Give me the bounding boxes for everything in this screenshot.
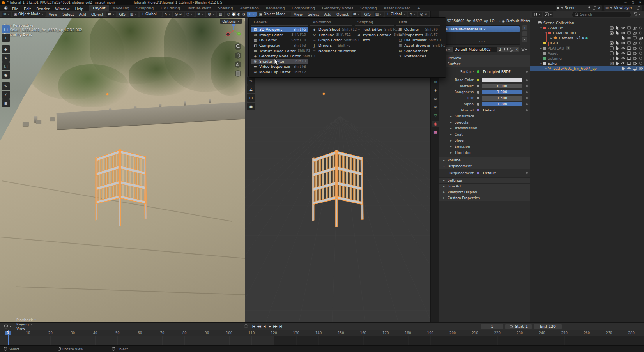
outliner-row-camera-001[interactable]: ▾ CAMERA.001 ✓	[530, 30, 644, 35]
subpanel-emission[interactable]: ▸Emission	[439, 143, 530, 150]
layer-dropdown[interactable]: ▥	[374, 12, 384, 17]
workspace-tab-sculpting[interactable]: Sculpting	[133, 5, 157, 11]
selectable-icon[interactable]	[615, 41, 619, 45]
hide-eye-icon[interactable]	[621, 51, 625, 55]
outliner-filter-type-dropdown[interactable]	[543, 12, 553, 17]
menu-item-nonlinear-animation[interactable]: ≡ Nonlinear Animation	[310, 48, 352, 53]
properties-tab-physics[interactable]: ≈	[432, 96, 439, 102]
viewport-menu-gis[interactable]: GIS	[363, 12, 373, 16]
properties-tab-particles[interactable]: ∗	[432, 87, 439, 93]
exclude-checkbox[interactable]: ✓	[610, 41, 614, 45]
outliner-row-plateau[interactable]: ▸ PLATEAU 3	[530, 46, 644, 51]
cursor-tool[interactable]: +	[2, 34, 10, 42]
current-frame-field[interactable]: 1	[481, 324, 503, 329]
panel-viewport-display[interactable]: ▸Viewport Display	[439, 189, 530, 195]
material-slot-selected[interactable]: ● Default-Material.002	[443, 26, 520, 32]
decorator-icon[interactable]	[526, 103, 528, 105]
disable-render-icon[interactable]	[633, 51, 637, 55]
frame-end-field[interactable]: End120	[534, 324, 562, 329]
close-button[interactable]: ✕	[637, 0, 644, 5]
options-dropdown[interactable]: Options	[220, 19, 242, 24]
filter-dropdown[interactable]	[521, 47, 527, 52]
normal-value[interactable]: Default	[482, 108, 522, 113]
menu-item-dope-sheet[interactable]: ◆ Dope SheetShift F12	[310, 27, 352, 32]
selectable-icon[interactable]	[615, 46, 619, 50]
expander-closed-icon[interactable]: ▸	[549, 37, 553, 40]
workspace-tab-compositing[interactable]: Compositing	[288, 5, 319, 11]
panel-displacement[interactable]: ▾Displacement	[439, 163, 530, 169]
workspace-tab-layout[interactable]: Layout	[89, 5, 109, 11]
menu-item-3d-viewport[interactable]: ⊞ 3D ViewportShift F5	[251, 27, 308, 32]
subpanel-subsurface[interactable]: ▸Subsurface	[439, 113, 530, 120]
outliner-row-52354601-frn-6697-op[interactable]: ▸ 52354601_frn_6697_op	[530, 66, 644, 71]
menu-item-video-sequencer[interactable]: ▬ Video SequencerShift F8	[251, 64, 308, 69]
outliner-row-camera[interactable]: ▾ CAMERA ✓	[530, 25, 644, 30]
jump-to-end-button[interactable]: ▶|	[278, 324, 283, 329]
material-slot-list[interactable]: ● Default-Material.002 ▸ ::::	[442, 25, 520, 45]
mode-transfer-button[interactable]: ⇄	[106, 12, 116, 17]
slot-grip-icon[interactable]: ::::	[479, 41, 485, 44]
viewport-menu-view[interactable]: View	[292, 12, 305, 16]
timeline-menu-keying[interactable]: Keying	[14, 322, 39, 326]
hide-eye-icon[interactable]	[627, 36, 631, 40]
proportional-edit-toggle[interactable]: ◎≈	[173, 12, 183, 17]
pan-view-button[interactable]	[235, 52, 241, 59]
shading-material-button[interactable]: ◐	[237, 12, 241, 16]
auto-keying-toggle[interactable]	[244, 324, 248, 328]
slot-specials-button[interactable]	[522, 37, 527, 42]
xray-toggle[interactable]: ▥	[217, 12, 224, 17]
outliner-row-camera[interactable]: ▸ Camera ↳2◆●	[530, 35, 644, 41]
measure-tool[interactable]: ∠	[2, 91, 10, 99]
alpha-slider[interactable]: 1.000	[482, 102, 522, 106]
pin-icon[interactable]	[587, 6, 591, 10]
new-material-button[interactable]	[509, 47, 514, 52]
menu-item-drivers[interactable]: ƒ DriversShift F6	[310, 43, 352, 48]
subpanel-specular[interactable]: ▸Specular	[439, 119, 530, 126]
timeline-track[interactable]	[0, 336, 644, 345]
workspace-tab-geometry-nodes[interactable]: Geometry Nodes	[318, 5, 357, 11]
disable-viewport-icon[interactable]	[627, 57, 631, 60]
metallic-slider[interactable]: 0.000	[482, 84, 522, 88]
unlink-scene-icon[interactable]: ✕	[598, 6, 601, 10]
transform-tool[interactable]: ◉	[2, 71, 10, 79]
mode-select[interactable]: ▣Object Mode	[12, 12, 46, 17]
workspace-tab-modeling[interactable]: Modeling	[109, 5, 133, 11]
fake-user-button[interactable]	[503, 47, 509, 52]
expander-open-icon[interactable]: ▾	[539, 27, 543, 30]
selectable-icon[interactable]	[615, 51, 619, 55]
play-button[interactable]: ▶	[267, 324, 272, 329]
displacement-value[interactable]: Default	[482, 171, 522, 175]
selectable-icon[interactable]	[621, 36, 625, 40]
panel-settings[interactable]: ▸Settings	[439, 177, 530, 183]
viewport-left-canvas[interactable]: User Perspective (1) Saku | 52354601_frn…	[0, 18, 245, 322]
transform-orientation-select[interactable]: ⊥Global	[385, 12, 407, 17]
viewport-menu-object[interactable]: Object	[89, 12, 105, 16]
disable-viewport-icon[interactable]	[627, 31, 631, 35]
snap-toggle[interactable]: ∩	[408, 12, 418, 17]
selectability-dropdown[interactable]: ◌	[185, 12, 195, 17]
disable-viewport-icon[interactable]	[627, 41, 631, 45]
hide-eye-icon[interactable]	[621, 26, 625, 30]
disable-render-icon[interactable]	[633, 26, 637, 30]
properties-tab-material[interactable]: ◉	[432, 121, 439, 127]
interact-tool[interactable]: ◉	[247, 103, 255, 110]
holdout-icon[interactable]	[639, 62, 643, 65]
camera-view-button[interactable]	[235, 61, 241, 68]
decorator-icon[interactable]	[526, 97, 528, 99]
hide-eye-icon[interactable]	[621, 31, 625, 35]
viewport-menu-add[interactable]: Add	[77, 12, 88, 16]
menu-help[interactable]: Help	[73, 7, 87, 11]
measure-tool[interactable]: ∠	[247, 85, 255, 93]
decorator-icon[interactable]	[526, 109, 528, 111]
gizmos-dropdown[interactable]: ⊕	[196, 12, 205, 17]
menu-file[interactable]: File	[9, 7, 21, 11]
properties-tab-texture[interactable]: ▩	[432, 129, 439, 135]
editor-type-button[interactable]: ⊞	[247, 12, 257, 17]
proportional-edit-toggle[interactable]: ◎≈	[418, 12, 428, 17]
disable-viewport-icon[interactable]	[627, 51, 631, 55]
mode-select[interactable]: ▣Object Mode	[258, 12, 291, 17]
viewport-menu-gis[interactable]: GIS	[117, 12, 127, 16]
disable-viewport-icon[interactable]	[627, 46, 631, 50]
menu-item-compositor[interactable]: ◧ CompositorShift F3	[251, 43, 308, 48]
snap-toggle[interactable]: ∩	[163, 12, 172, 17]
